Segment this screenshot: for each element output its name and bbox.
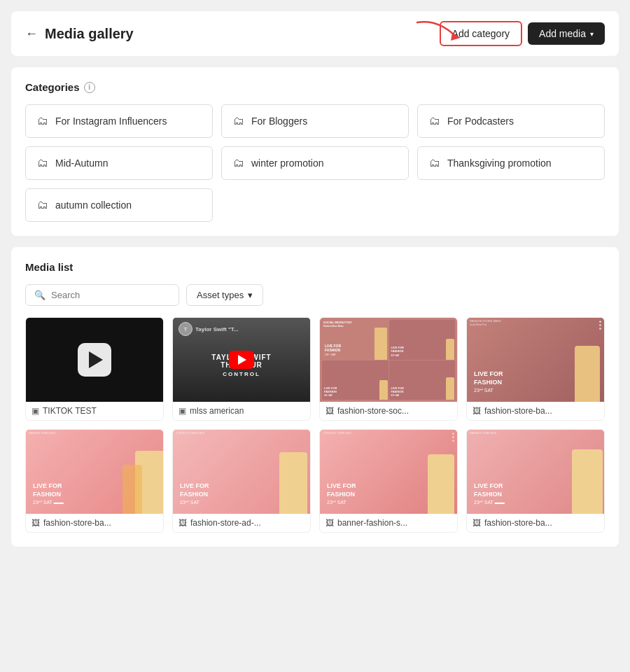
image-icon: 🖼 [326, 518, 334, 528]
play-icon [78, 343, 111, 377]
category-item[interactable]: 🗂 For Podcasters [417, 104, 605, 138]
chevron-down-icon: ▾ [590, 30, 594, 38]
media-thumbnail: CONTENT TEMPLATE LIVE FORFASHION23ʳᵈ SAT [173, 430, 310, 514]
video-icon: ▣ [31, 406, 39, 416]
media-label: ▣ TIKTOK TEST [26, 402, 163, 420]
folder-icon: 🗂 [429, 115, 440, 127]
category-item[interactable]: 🗂 winter promotion [221, 146, 409, 180]
media-item[interactable]: ▣ TIKTOK TEST [25, 317, 164, 421]
categories-label: Categories [25, 81, 80, 93]
media-list-title: Media list [25, 261, 605, 273]
media-thumbnail: SOCIAL MEDIA POSTFashion Store Basic LIV… [320, 318, 457, 402]
categories-title: Categories i [25, 81, 605, 93]
image-icon: 🖼 [472, 406, 481, 416]
category-name: Mid-Autumn [55, 158, 108, 169]
folder-icon: 🗂 [37, 115, 48, 127]
media-grid: ▣ TIKTOK TEST T Taylor Swift "T... [25, 317, 605, 533]
header-left: ← Media gallery [25, 26, 134, 42]
image-icon: 🖼 [326, 406, 334, 416]
media-item[interactable]: BANNER TEMPLATE LIVE FORFASHION23ʳᵈ SAT … [25, 429, 164, 533]
media-label: ▣ mlss american [173, 402, 310, 420]
media-item[interactable]: CONTENT TEMPLATE LIVE FORFASHION23ʳᵈ SAT… [172, 429, 311, 533]
folder-icon: 🗂 [429, 157, 440, 169]
youtube-thumbnail: T Taylor Swift "T... TAYLOR SWIFTTHE HOU… [173, 318, 310, 402]
media-label: 🖼 fashion-store-ba... [26, 514, 163, 532]
search-box: 🔍 [25, 284, 179, 306]
media-name: TIKTOK TEST [43, 406, 97, 416]
add-media-button[interactable]: Add media ▾ [528, 22, 605, 45]
media-item[interactable]: T Taylor Swift "T... TAYLOR SWIFTTHE HOU… [172, 317, 311, 421]
info-icon[interactable]: i [84, 82, 95, 93]
back-icon: ← [25, 27, 38, 41]
search-icon: 🔍 [34, 290, 46, 300]
media-name: fashion-store-ba... [484, 518, 552, 528]
media-label: 🖼 fashion-store-ba... [467, 514, 604, 532]
asset-types-label: Asset types [197, 290, 244, 300]
media-item[interactable]: CONTENT TEMPLATE LIVE FORFASHION23ʳᵈ SAT… [319, 429, 458, 533]
media-thumbnail: T Taylor Swift "T... TAYLOR SWIFTTHE HOU… [173, 318, 310, 402]
category-name: winter promotion [251, 158, 324, 169]
categories-section: Categories i 🗂 For Instagram Influencers… [11, 67, 619, 236]
media-name: fashion-store-soc... [337, 406, 409, 416]
image-icon: 🖼 [31, 518, 40, 528]
play-triangle [238, 355, 246, 365]
header: ← Media gallery Add category Add media ▾ [11, 11, 619, 56]
media-thumbnail: BANNER TEMPLATE LIVE FORFASHION23ʳᵈ SAT … [26, 430, 163, 514]
media-label: 🖼 banner-fashion-s... [320, 514, 457, 532]
media-item[interactable]: FASHION STORE BASICSocial Media Post LIV… [466, 317, 605, 421]
search-input[interactable] [51, 290, 170, 300]
media-name: mlss american [190, 406, 244, 416]
category-item[interactable]: 🗂 For Bloggers [221, 104, 409, 138]
media-thumbnail: FASHION STORE BASICSocial Media Post LIV… [467, 318, 604, 402]
category-name: Thanksgiving promotion [447, 158, 552, 169]
media-name: banner-fashion-s... [337, 518, 407, 528]
media-name: fashion-store-ba... [43, 518, 111, 528]
media-thumbnail: CONTENT TEMPLATE LIVE FORFASHION23ʳᵈ SAT [320, 430, 457, 514]
media-label: 🖼 fashion-store-ba... [467, 402, 604, 420]
arrow-hint [410, 15, 466, 50]
media-toolbar: 🔍 Asset types ▾ [25, 284, 605, 306]
category-item[interactable]: 🗂 Mid-Autumn [25, 146, 213, 180]
categories-grid: 🗂 For Instagram Influencers 🗂 For Blogge… [25, 104, 605, 222]
media-item[interactable]: SOCIAL MEDIA POSTFashion Store Basic LIV… [319, 317, 458, 421]
media-thumbnail [26, 318, 163, 402]
folder-icon: 🗂 [233, 115, 244, 127]
image-icon: 🖼 [178, 518, 187, 528]
media-item[interactable]: BANNER TEMPLATE LIVE FORFASHION23ʳᵈ SAT … [466, 429, 605, 533]
folder-icon: 🗂 [37, 157, 48, 169]
category-item[interactable]: 🗂 For Instagram Influencers [25, 104, 213, 138]
media-label: 🖼 fashion-store-soc... [320, 402, 457, 420]
category-name: For Bloggers [251, 115, 307, 127]
media-name: fashion-store-ba... [484, 406, 552, 416]
asset-types-button[interactable]: Asset types ▾ [186, 284, 263, 306]
media-section: Media list 🔍 Asset types ▾ ▣ [11, 247, 619, 547]
category-item[interactable]: 🗂 autumn collection [25, 188, 213, 222]
category-name: For Instagram Influencers [55, 115, 167, 127]
back-button[interactable]: ← [25, 27, 38, 41]
media-thumbnail: BANNER TEMPLATE LIVE FORFASHION23ʳᵈ SAT … [467, 430, 604, 514]
youtube-play-icon [229, 351, 254, 369]
video-icon: ▣ [178, 406, 186, 416]
image-icon: 🖼 [472, 518, 481, 528]
media-label: 🖼 fashion-store-ad-... [173, 514, 310, 532]
category-name: autumn collection [55, 200, 132, 211]
add-media-label: Add media [539, 28, 586, 39]
chevron-down-icon: ▾ [248, 290, 253, 300]
page-title: Media gallery [45, 26, 134, 42]
category-name: For Podcasters [447, 115, 514, 127]
folder-icon: 🗂 [233, 157, 244, 169]
category-item[interactable]: 🗂 Thanksgiving promotion [417, 146, 605, 180]
folder-icon: 🗂 [37, 199, 48, 211]
header-right: Add category Add media ▾ [440, 21, 605, 46]
media-name: fashion-store-ad-... [190, 518, 261, 528]
play-triangle [89, 351, 103, 368]
svg-marker-0 [451, 33, 461, 41]
